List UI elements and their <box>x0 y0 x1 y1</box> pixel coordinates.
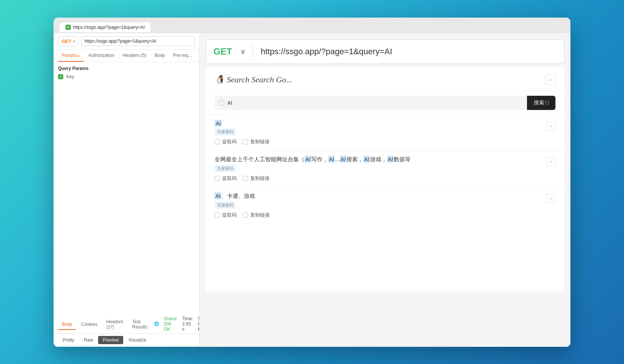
search-button[interactable]: 搜索 □ <box>527 96 555 110</box>
result-action-copy-3[interactable]: 复制链接 <box>243 212 270 218</box>
result-actions-1: 提取码 复制链接 <box>215 138 540 145</box>
result-tag-3: 无搜索码 <box>215 201 540 212</box>
method-select[interactable]: GET ▾ <box>58 36 78 46</box>
url-bar-row: GET ▾ https://ssgo.app/?page=1&query=AI <box>54 33 199 50</box>
url-input-small[interactable]: https://ssgo.app/?page=1&query=AI <box>81 36 195 46</box>
highlight-2e: AI <box>387 156 394 163</box>
result-item: Ai 无搜索码 提取码 <box>206 114 564 150</box>
search-query-text: AI <box>227 100 232 106</box>
key-label: Key <box>66 74 74 79</box>
search-checkbox-area: AI <box>215 96 237 110</box>
param-checkbox[interactable]: ✓ <box>58 74 63 79</box>
highlight-2d: AI <box>363 156 370 163</box>
site-logo: 🐧 Search Search Go... <box>215 75 292 85</box>
result-title-2: 全网最全上千个人工智能网址合集（AI写作，AI...AI搜索，AI游戏，AI数据… <box>215 156 540 163</box>
copy-checkbox-1[interactable] <box>243 139 248 144</box>
view-tab-preview[interactable]: Preview <box>98 336 123 344</box>
resp-tab-headers[interactable]: Headers (17) <box>103 317 127 333</box>
copy-checkbox-2[interactable] <box>243 176 248 181</box>
big-url-text: https://ssgo.app/?page=1&query=AI <box>261 47 392 56</box>
param-row: ✓ Key <box>58 74 195 79</box>
result-item-3: AI、卡通、游戏 无搜索码 提取码 <box>206 187 564 224</box>
view-tab-visualize[interactable]: Visualize <box>124 336 151 344</box>
big-method-text: GET <box>213 46 236 57</box>
query-params-label: Query Params <box>58 66 195 71</box>
tab-url-label: https://ssgo.app/?page=1&query=AI <box>73 25 145 30</box>
tab-prerequest[interactable]: Pre-req... <box>169 50 196 62</box>
result-action-extract-3[interactable]: 提取码 <box>215 212 237 218</box>
big-chevron-icon[interactable]: ∨ <box>240 48 245 56</box>
tab-body[interactable]: Body <box>151 50 169 62</box>
url-bar-divider <box>253 45 253 58</box>
copy-checkbox-3[interactable] <box>243 212 248 218</box>
result-item-2: 全网最全上千个人工智能网址合集（AI写作，AI...AI搜索，AI游戏，AI数据… <box>206 150 564 187</box>
result-corner-icon-1[interactable]: □ <box>546 122 555 131</box>
highlight-2c: AI <box>340 156 346 163</box>
result-content-3: AI、卡通、游戏 无搜索码 提取码 <box>215 193 540 218</box>
method-text: GET <box>61 39 72 44</box>
site-search-bar: AI 搜索 □ <box>215 96 555 110</box>
result-action-copy-1[interactable]: 复制链接 <box>243 138 270 145</box>
view-tab-pretty[interactable]: Pretty <box>58 336 79 344</box>
resp-tab-body[interactable]: Body <box>58 319 76 330</box>
right-panel: GET ∨ https://ssgo.app/?page=1&query=AI … <box>200 33 570 347</box>
extract-checkbox-1[interactable] <box>215 139 220 144</box>
globe-icon: 🌐 <box>154 321 159 326</box>
spacer <box>54 83 199 315</box>
result-actions-2: 提取码 复制链接 <box>215 175 540 182</box>
response-tabs-bar: Body Cookies Headers (17) Test Results 🌐… <box>54 315 199 334</box>
site-header: 🐧 Search Search Go... □ <box>206 67 564 91</box>
result-title-highlight-1: Ai <box>215 120 222 127</box>
result-title-1: Ai <box>215 120 540 126</box>
chevron-down-icon: ▾ <box>73 39 75 43</box>
query-params-section: Query Params ✓ Key <box>54 62 199 83</box>
result-action-extract-1[interactable]: 提取码 <box>215 138 237 145</box>
result-action-copy-2[interactable]: 复制链接 <box>243 175 270 182</box>
result-corner-icon-3[interactable]: □ <box>546 194 555 203</box>
result-content-1: Ai 无搜索码 提取码 <box>215 120 540 145</box>
result-actions-3: 提取码 复制链接 <box>215 212 540 218</box>
highlight-2a: AI <box>305 156 311 163</box>
big-url-bar: GET ∨ https://ssgo.app/?page=1&query=AI <box>206 39 564 64</box>
tab-favicon: S <box>66 25 71 30</box>
status-area: 🌐 Status: 200 OK Time: 2.65 s Size: 849.… <box>154 316 200 333</box>
highlight-3a: AI <box>215 192 221 199</box>
site-corner-button[interactable]: □ <box>545 74 555 85</box>
left-panel: GET ▾ https://ssgo.app/?page=1&query=AI … <box>54 33 200 347</box>
result-title-3: AI、卡通、游戏 <box>215 193 540 200</box>
request-tabs: Params ● Authorization Headers (5) Body … <box>54 50 199 62</box>
view-tabs-bar: Pretty Raw Preview Visualize <box>54 334 199 347</box>
resp-tab-test-results[interactable]: Test Results <box>128 317 151 333</box>
app-container: GET ▾ https://ssgo.app/?page=1&query=AI … <box>54 33 570 347</box>
tab-params[interactable]: Params ● <box>58 50 84 62</box>
tab-headers[interactable]: Headers (5) <box>119 50 150 62</box>
browser-window: S https://ssgo.app/?page=1&query=AI GET … <box>54 18 570 347</box>
view-tab-raw[interactable]: Raw <box>79 336 97 344</box>
highlight-2b: AI <box>328 156 335 163</box>
tab-authorization[interactable]: Authorization <box>84 50 118 62</box>
preview-iframe: 🐧 Search Search Go... □ AI 搜索 □ <box>206 67 564 291</box>
browser-chrome: S https://ssgo.app/?page=1&query=AI <box>54 18 570 33</box>
result-corner-icon-2[interactable]: □ <box>546 157 555 166</box>
result-content-2: 全网最全上千个人工智能网址合集（AI写作，AI...AI搜索，AI游戏，AI数据… <box>215 156 540 182</box>
extract-checkbox-3[interactable] <box>215 212 220 218</box>
time-display: Time: 2.65 s <box>182 316 193 332</box>
resp-tab-cookies[interactable]: Cookies <box>77 319 101 330</box>
browser-tab[interactable]: S https://ssgo.app/?page=1&query=AI <box>60 22 151 32</box>
preview-content: 🐧 Search Search Go... □ AI 搜索 □ <box>200 67 570 347</box>
result-tag-2: 无搜索码 <box>215 165 540 175</box>
result-tag-1: 无搜索码 <box>215 128 540 138</box>
extract-checkbox-2[interactable] <box>215 176 220 181</box>
result-action-extract-2[interactable]: 提取码 <box>215 175 237 182</box>
status-badge: Status: 200 OK <box>164 316 178 332</box>
search-checkbox[interactable] <box>219 100 224 105</box>
